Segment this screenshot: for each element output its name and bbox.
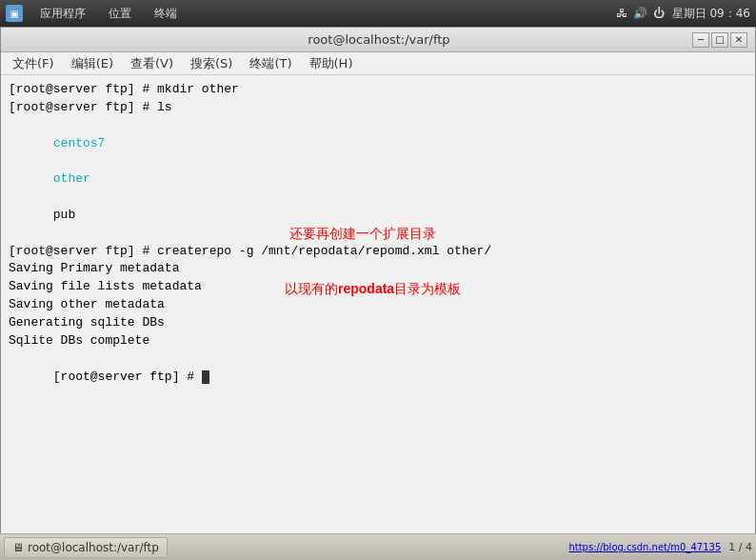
- taskbar-top-right: 🖧 🔊 ⏻ 星期日 09：46: [616, 6, 750, 22]
- menu-view[interactable]: 查看(V): [123, 53, 181, 74]
- window-title: root@localhost:/var/ftp: [66, 32, 692, 47]
- menu-terminal[interactable]: 终端: [149, 4, 183, 24]
- terminal-prompt-10: [root@server ftp] #: [53, 370, 202, 384]
- terminal-window: root@localhost:/var/ftp ─ □ ✕ 文件(F) 编辑(E…: [0, 27, 756, 560]
- url-label: https://blog.csdn.net/m0_47135: [568, 542, 721, 552]
- taskbar-bottom: 🖥 root@localhost:/var/ftp https://blog.c…: [0, 533, 756, 560]
- terminal-line-1: [root@server ftp] # mkdir other: [9, 81, 747, 99]
- taskbar-top-left: ▣ 应用程序 位置 终端: [6, 4, 183, 24]
- annotation-2: 以现有的repodata目录为模板: [285, 279, 461, 298]
- app-logo-icon: ▣: [10, 9, 18, 19]
- minimize-button[interactable]: ─: [692, 32, 709, 48]
- page-info: 1 / 4: [728, 541, 752, 553]
- menu-apps[interactable]: 应用程序: [34, 4, 91, 24]
- terminal-line-8: Generating sqlite DBs: [9, 314, 747, 332]
- terminal-icon: 🖥: [12, 541, 24, 554]
- terminal-line-7-wrapper: Saving other metadata 以现有的repodata目录为模板: [9, 296, 747, 314]
- app-icon: ▣: [6, 5, 23, 22]
- ls-output-other: other: [53, 171, 90, 186]
- menu-search[interactable]: 搜索(S): [183, 53, 240, 74]
- menu-terminal[interactable]: 终端(T): [242, 53, 299, 74]
- terminal-line-4: [root@server ftp] # createrepo -g /mnt/r…: [9, 243, 747, 261]
- ls-output-pub: pub: [53, 208, 75, 222]
- maximize-button[interactable]: □: [711, 32, 728, 48]
- menu-help[interactable]: 帮助(H): [302, 53, 361, 74]
- ls-output-space2: [53, 190, 69, 204]
- power-icon: ⏻: [653, 7, 665, 20]
- menu-file[interactable]: 文件(F): [5, 53, 62, 74]
- terminal-line-7: Saving other metadata: [9, 296, 747, 314]
- terminal-line-10: [root@server ftp] #: [9, 350, 747, 405]
- volume-icon: 🔊: [633, 7, 647, 20]
- terminal-line-9: Sqlite DBs complete: [9, 332, 747, 350]
- ls-output-centos7: centos7: [53, 136, 106, 150]
- annotation-2-repodata: repodata: [338, 281, 394, 296]
- window-titlebar: root@localhost:/var/ftp ─ □ ✕: [1, 28, 755, 52]
- terminal-line-5: Saving Primary metadata: [9, 260, 747, 278]
- taskbar-bottom-right: https://blog.csdn.net/m0_47135 1 / 4: [568, 541, 752, 553]
- terminal-content[interactable]: [root@server ftp] # mkdir other [root@se…: [1, 75, 755, 559]
- close-button[interactable]: ✕: [730, 32, 747, 48]
- window-controls: ─ □ ✕: [692, 32, 747, 48]
- taskbar-top: ▣ 应用程序 位置 终端 🖧 🔊 ⏻ 星期日 09：46: [0, 0, 756, 27]
- network-icon: 🖧: [616, 7, 627, 20]
- menubar: 文件(F) 编辑(E) 查看(V) 搜索(S) 终端(T) 帮助(H): [1, 52, 755, 75]
- annotation-1: 还要再创建一个扩展目录: [289, 224, 436, 243]
- menu-places[interactable]: 位置: [103, 4, 137, 24]
- taskbar-terminal-label: root@localhost:/var/ftp: [28, 541, 159, 554]
- clock: 星期日 09：46: [672, 6, 750, 22]
- system-tray: 🖧 🔊 ⏻: [616, 7, 665, 20]
- taskbar-bottom-terminal-item[interactable]: 🖥 root@localhost:/var/ftp: [4, 537, 168, 558]
- terminal-line-2: [root@server ftp] # ls: [9, 99, 747, 117]
- terminal-line-4-wrapper: [root@server ftp] # createrepo -g /mnt/r…: [9, 243, 747, 261]
- terminal-cursor: [202, 370, 209, 384]
- ls-output-space1: [53, 153, 69, 168]
- menu-edit[interactable]: 编辑(E): [64, 53, 121, 74]
